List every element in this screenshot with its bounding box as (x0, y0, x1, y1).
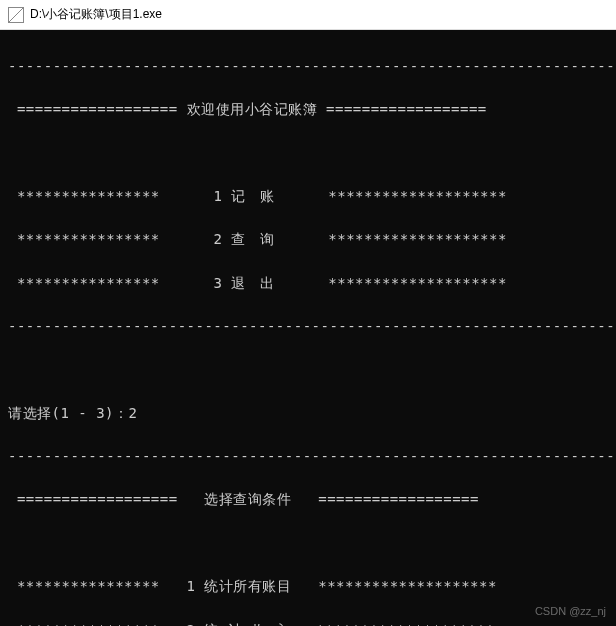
window-title: D:\小谷记账簿\项目1.exe (30, 6, 162, 23)
menu2-title: 选择查询条件 (204, 491, 291, 507)
window-titlebar: D:\小谷记账簿\项目1.exe (0, 0, 616, 30)
app-icon (8, 7, 24, 23)
prompt-1-value: 2 (129, 405, 138, 421)
prompt-1: 请选择(1 - 3)：2 (8, 403, 608, 425)
menu1-item-3: **************** 3 退 出 *****************… (8, 273, 608, 295)
separator-dash: ----------------------------------------… (8, 56, 608, 78)
console-area[interactable]: ----------------------------------------… (0, 30, 616, 626)
separator-dash: ----------------------------------------… (8, 316, 608, 338)
watermark: CSDN @zz_nj (535, 603, 606, 620)
blank (8, 359, 608, 381)
menu2-item-1: **************** 1 统计所有账目 **************… (8, 576, 608, 598)
menu1-item-1: **************** 1 记 账 *****************… (8, 186, 608, 208)
blank (8, 533, 608, 555)
menu1-item-2: **************** 2 查 询 *****************… (8, 229, 608, 251)
menu2-item-2: **************** 2 统 计 收 入 *************… (8, 620, 608, 626)
separator-dash: ----------------------------------------… (8, 446, 608, 468)
menu2-title-row: ================== 选择查询条件 ==============… (8, 489, 608, 511)
blank (8, 142, 608, 164)
menu1-title-row: ================== 欢迎使用小谷记账簿 ===========… (8, 99, 608, 121)
menu1-title: 欢迎使用小谷记账簿 (187, 101, 318, 117)
